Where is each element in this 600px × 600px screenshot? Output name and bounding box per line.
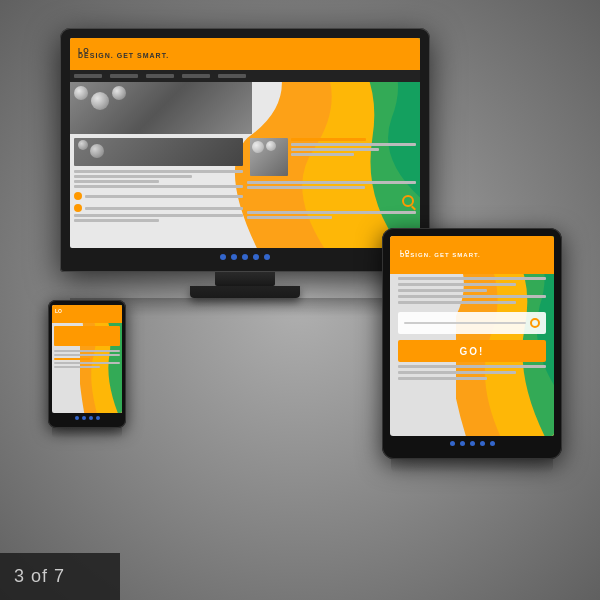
monitor-small-circle [90, 144, 104, 158]
tablet-dot [470, 441, 475, 446]
monitor-header: LO DESIGN. GET SMART. [70, 38, 420, 70]
tablet-screen: LO DESIGN. GET SMART. GO! [390, 236, 554, 436]
monitor-thumb-circle [266, 141, 276, 151]
monitor-text-line [247, 216, 332, 219]
phone-dots [52, 413, 122, 423]
monitor-text-line [74, 180, 159, 183]
monitor-text-line [291, 138, 366, 141]
tablet-dot [450, 441, 455, 446]
monitor-hero-circle [74, 86, 88, 100]
monitor-hero-circles [74, 86, 126, 110]
tablet-dot [480, 441, 485, 446]
tablet-input-line [404, 322, 526, 324]
tablet-dot [490, 441, 495, 446]
monitor-text-line [247, 181, 416, 184]
monitor-col-left [74, 138, 243, 244]
monitor-small-hero [74, 138, 243, 166]
phone-text-line [54, 358, 90, 360]
phone-content [54, 323, 120, 370]
monitor-text-line [74, 185, 243, 188]
phone: LO [48, 300, 126, 438]
monitor-text-line [74, 170, 243, 173]
phone-screen: LO [52, 305, 122, 413]
monitor-col-right [247, 138, 416, 244]
monitor-text-line [85, 195, 243, 198]
tablet-go-button[interactable]: GO! [398, 340, 546, 362]
monitor-text-line [74, 219, 159, 222]
tablet-text-line [398, 377, 487, 380]
monitor-dots [70, 248, 420, 264]
monitor-text-line [247, 186, 365, 189]
tablet-bezel: LO DESIGN. GET SMART. GO! [382, 228, 562, 459]
monitor-text-line [74, 175, 192, 178]
tablet-logo-sub: DESIGN. GET SMART. [400, 252, 481, 258]
monitor-orange-icon [74, 204, 82, 212]
page-counter: 3 of 7 [0, 553, 120, 600]
monitor-orange-icon [74, 192, 82, 200]
monitor-dot [231, 254, 237, 260]
monitor-hero-circle [91, 92, 109, 110]
monitor-icon-item [74, 192, 243, 200]
tablet-dots [390, 436, 554, 451]
tablet-content: GO! [398, 274, 546, 383]
monitor-hero [70, 82, 420, 134]
tablet-text-line [398, 371, 516, 374]
monitor-stand-top [215, 272, 275, 286]
phone-logo: LO [52, 305, 122, 317]
phone-dot [89, 416, 93, 420]
phone-reflection [52, 428, 122, 438]
tablet-search-box [398, 312, 546, 334]
monitor-hero-image [70, 82, 252, 134]
phone-dot [82, 416, 86, 420]
phone-input-box [54, 326, 120, 346]
tablet-text-line [398, 289, 487, 292]
monitor-text-line [74, 214, 243, 217]
monitor-dot [253, 254, 259, 260]
phone-dot [75, 416, 79, 420]
monitor-thumbnail [250, 138, 288, 176]
tablet-text-line [398, 277, 546, 280]
phone-text-line [54, 366, 100, 368]
monitor-text-line [85, 207, 243, 210]
tablet-text-line [398, 295, 546, 298]
monitor-logo: LO DESIGN. GET SMART. [78, 49, 169, 59]
phone-text-line [54, 362, 120, 364]
monitor-text-line [291, 143, 416, 146]
monitor-thumb-circle [252, 141, 264, 153]
page-counter-text: 3 of 7 [14, 566, 65, 587]
monitor-nav-item [110, 74, 138, 78]
tablet-go-label: GO! [460, 346, 485, 357]
tablet-text-line [398, 283, 516, 286]
phone-text-line [54, 354, 120, 356]
monitor-bezel: LO DESIGN. GET SMART. [60, 28, 430, 272]
phone-bezel: LO [48, 300, 126, 428]
monitor-dot [220, 254, 226, 260]
monitor-nav-item [146, 74, 174, 78]
phone-dot [96, 416, 100, 420]
monitor-nav-item [218, 74, 246, 78]
tablet-reflection [391, 459, 553, 473]
tablet-header: LO DESIGN. GET SMART. [390, 236, 554, 274]
monitor: LO DESIGN. GET SMART. [60, 28, 430, 316]
monitor-content [70, 134, 420, 248]
tablet-logo: LO DESIGN. GET SMART. [400, 252, 481, 258]
phone-header: LO [52, 305, 122, 323]
tablet-text-line [398, 365, 546, 368]
tablet-dot [460, 441, 465, 446]
monitor-nav [70, 70, 420, 82]
phone-logo-text: LO [55, 308, 62, 314]
monitor-text-line [291, 153, 354, 156]
phone-text-line [54, 350, 120, 352]
monitor-hero-circle [112, 86, 126, 100]
tablet-search-icon [530, 318, 540, 328]
monitor-nav-item [182, 74, 210, 78]
monitor-text-line [291, 148, 379, 151]
monitor-nav-item [74, 74, 102, 78]
monitor-search-icon [402, 195, 414, 207]
monitor-stand-base [190, 286, 300, 298]
monitor-logo-sub: DESIGN. GET SMART. [78, 52, 169, 59]
monitor-small-circle [78, 140, 88, 150]
monitor-dot [264, 254, 270, 260]
monitor-screen: LO DESIGN. GET SMART. [70, 38, 420, 248]
monitor-icon-item [74, 204, 243, 212]
